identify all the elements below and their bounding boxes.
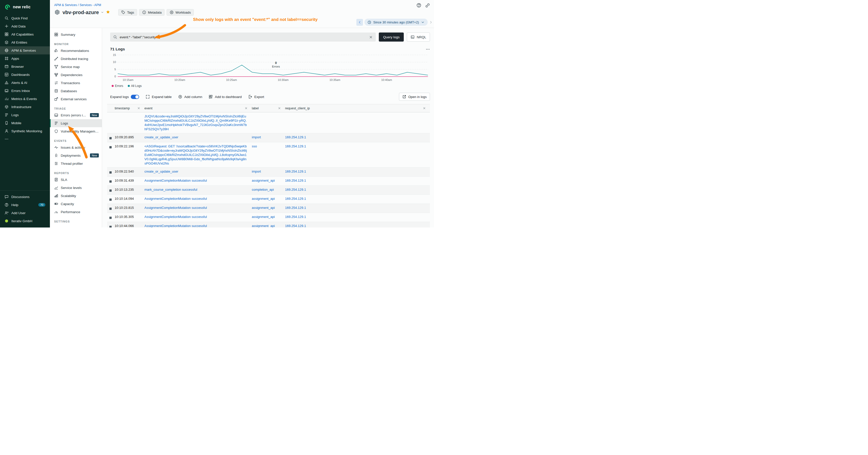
subnav-item-thread-profiler[interactable]: Thread profiler [50, 160, 102, 167]
breadcrumb-link-services[interactable]: Services - APM [80, 3, 101, 7]
sidebar-footer-item-help[interactable]: Help 70 [0, 201, 50, 209]
log-ip-link[interactable]: 169.254.129.1 [285, 215, 306, 219]
remove-event-column-icon[interactable] [245, 106, 248, 110]
subnav-item-transactions[interactable]: Transactions [50, 79, 102, 87]
log-label-link[interactable]: assignment_api [252, 197, 275, 200]
subnav-item-dependencies[interactable]: Dependencies [50, 71, 102, 79]
sidebar-footer-item-iterativ-gmbh[interactable]: Iterativ GmbH [0, 217, 50, 225]
open-in-logs-button[interactable]: Open in logs [399, 93, 430, 101]
subnav-item-service-levels[interactable]: Service levels [50, 184, 102, 192]
remove-ip-column-icon[interactable] [423, 106, 426, 110]
log-label-link[interactable]: assignment_api [252, 206, 275, 209]
nrql-button[interactable]: NRQL [407, 32, 430, 41]
remove-timestamp-column-icon[interactable] [137, 106, 141, 110]
export-button[interactable]: Export [248, 95, 264, 99]
table-row[interactable]: 10:09:31.439 AssignmentCompletionMutatio… [107, 176, 430, 186]
log-ip-link[interactable]: 169.254.129.1 [285, 135, 306, 139]
log-event-link[interactable]: create_or_update_user [145, 169, 248, 173]
tags-button[interactable]: Tags [118, 9, 137, 15]
subnav-item-sla[interactable]: SLA [50, 175, 102, 184]
help-circle-icon[interactable] [416, 3, 422, 8]
sidebar-footer-item-add-user[interactable]: Add User [0, 209, 50, 217]
sidebar-footer-item-discussions[interactable]: Discussions [0, 193, 50, 201]
log-ip-link[interactable]: 169.254.129.1 [285, 178, 306, 183]
favorite-star-icon[interactable] [106, 10, 110, 15]
table-row[interactable]: 10:10:14.094 AssignmentCompletionMutatio… [107, 195, 430, 204]
metadata-button[interactable]: Metadata [139, 9, 164, 15]
subnav-item-logs[interactable]: Logs [50, 119, 102, 127]
sidebar-item-apps[interactable]: Apps [0, 55, 50, 63]
remove-label-column-icon[interactable] [278, 106, 281, 110]
time-forward-button[interactable] [429, 21, 433, 24]
expand-logs-control[interactable]: Expand logs [110, 95, 139, 99]
log-event-link[interactable]: create_or_update_user [145, 135, 248, 139]
chart-more-menu-icon[interactable] [426, 47, 430, 52]
subnav-item-external-services[interactable]: External services [50, 95, 102, 103]
subnav-item-capacity[interactable]: Capacity [50, 200, 102, 208]
sidebar-item-logs[interactable]: Logs [0, 111, 50, 119]
sidebar-item-all-capabilities[interactable]: All Capabilities [0, 30, 50, 38]
log-event-link[interactable]: AssignmentCompletionMutation successful [145, 178, 248, 183]
log-event-link[interactable]: mark_course_completion successful [145, 188, 248, 192]
workloads-button[interactable]: Workloads [166, 9, 194, 15]
legend-item-errors[interactable]: Errors [112, 84, 123, 88]
sidebar-item-mobile[interactable]: Mobile [0, 119, 50, 127]
clear-search-icon[interactable] [369, 35, 373, 39]
subnav-item-issues-activity[interactable]: Issues & activity [50, 143, 102, 152]
log-label-link[interactable]: assignment_api [252, 224, 275, 228]
subnav-item-summary[interactable]: Summary [50, 31, 102, 38]
breadcrumb-link-apm[interactable]: APM & Services [54, 3, 77, 7]
log-label-link[interactable]: sso [252, 144, 257, 148]
subnav-item-scalability[interactable]: Scalability [50, 192, 102, 200]
log-event-link[interactable]: AssignmentCompletionMutation successful [145, 196, 248, 201]
log-ip-link[interactable]: 169.254.129.1 [285, 188, 306, 192]
log-ip-link[interactable]: 169.254.129.1 [285, 197, 306, 200]
log-label-link[interactable]: assignment_api [252, 178, 275, 183]
sidebar-item-more[interactable] [0, 135, 50, 143]
logs-search-input[interactable] [120, 35, 367, 39]
query-logs-button[interactable]: Query logs [379, 32, 404, 41]
sidebar-item-browser[interactable]: Browser [0, 63, 50, 70]
add-column-button[interactable]: Add column [178, 95, 202, 99]
log-ip-link[interactable]: 169.254.129.1 [285, 169, 306, 173]
entity-dropdown-chevron-icon[interactable] [101, 11, 104, 14]
logs-search-box[interactable] [110, 32, 376, 41]
log-ip-link[interactable]: 169.254.129.1 [285, 144, 306, 148]
table-row[interactable]: 10:10:13.235 mark_course_completion succ… [107, 186, 430, 195]
log-label-link[interactable]: import [252, 169, 261, 173]
brand-header[interactable]: new relic [0, 0, 50, 14]
table-row[interactable]: 10:10:44.066 AssignmentCompletionMutatio… [107, 222, 430, 228]
subnav-item-errors-errors-inb[interactable]: Errors (errors inb... New [50, 111, 102, 119]
log-ip-link[interactable]: 169.254.129.1 [285, 224, 306, 228]
sidebar-item-metrics-events[interactable]: Metrics & Events [0, 95, 50, 103]
log-event-link[interactable]: AssignmentCompletionMutation successful [145, 224, 248, 228]
table-row[interactable]: 10:10:35.305 AssignmentCompletionMutatio… [107, 213, 430, 222]
log-label-link[interactable]: import [252, 135, 261, 139]
log-label-link[interactable]: assignment_api [252, 215, 275, 219]
time-picker[interactable]: Since 30 minutes ago (GMT+2) [365, 19, 428, 26]
table-row[interactable]: 10:09:20.895 create_or_update_user impor… [107, 133, 430, 142]
sidebar-item-alerts-ai[interactable]: Alerts & AI [0, 78, 50, 87]
logs-timeseries-chart[interactable]: 05101510:15am10:20am10:25am10:30am10:35a… [110, 54, 430, 82]
time-back-button[interactable] [356, 19, 363, 26]
expand-logs-toggle[interactable] [131, 95, 139, 99]
log-event-link[interactable]: JUQVU&code=eyJraWQiOiJjcGltY29yZV8wOTl1M… [145, 114, 248, 131]
subnav-item-vulnerability-management[interactable]: Vulnerability Management [50, 127, 102, 135]
sidebar-item-synthetic-monitoring[interactable]: Synthetic Monitoring [0, 127, 50, 135]
sidebar-item-apm-services[interactable]: APM & Services [0, 46, 50, 55]
log-event-link[interactable]: AssignmentCompletionMutation successful [145, 205, 248, 210]
sidebar-item-quick-find[interactable]: Quick Find [0, 14, 50, 22]
log-ip-link[interactable]: 169.254.129.1 [285, 206, 306, 209]
log-event-link[interactable]: AssignmentCompletionMutation successful [145, 215, 248, 219]
table-row[interactable]: 10:09:22.540 create_or_update_user impor… [107, 167, 430, 176]
sidebar-item-add-data[interactable]: Add Data [0, 22, 50, 30]
table-row[interactable]: 10:10:23.815 AssignmentCompletionMutatio… [107, 204, 430, 213]
add-to-dashboard-button[interactable]: Add to dashboard [209, 95, 242, 99]
sidebar-item-errors-inbox[interactable]: Errors Inbox [0, 87, 50, 95]
permalink-icon[interactable] [425, 3, 431, 8]
subnav-item-recommendations[interactable]: Recommendations [50, 46, 102, 55]
subnav-item-databases[interactable]: Databases [50, 87, 102, 95]
subnav-item-service-map[interactable]: Service map [50, 63, 102, 71]
legend-item-all-logs[interactable]: All Logs [128, 84, 142, 88]
log-label-link[interactable]: completion_api [252, 188, 274, 192]
